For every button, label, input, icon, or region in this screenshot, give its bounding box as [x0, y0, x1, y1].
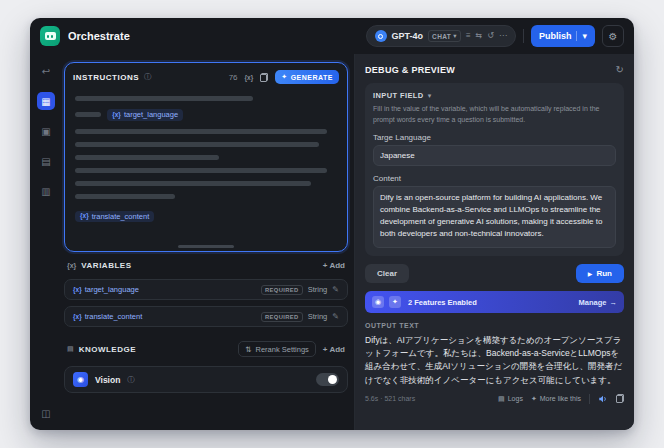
vision-icon: ◉ [73, 372, 88, 387]
app-window: Orchestrate GPT-4o CHAT ▾ ≡ ⇆ ↺ ⋯ Publis… [30, 18, 634, 430]
model-mode-badge: CHAT ▾ [428, 30, 461, 42]
copy-icon[interactable] [260, 73, 268, 82]
refresh-icon[interactable]: ↻ [616, 64, 624, 75]
vision-toggle[interactable] [316, 373, 339, 386]
left-nav-rail: ↩ ▦ ▣ ▤ ▥ ◫ [30, 54, 62, 430]
logs-label: Logs [508, 395, 523, 402]
header-divider [523, 29, 524, 43]
variable-row[interactable]: {x} target_language REQUIRED String ✎ [64, 279, 348, 300]
variable-token-label: target_language [124, 111, 178, 119]
run-label: Run [596, 269, 612, 278]
chevron-down-icon: ▾ [428, 92, 432, 100]
debug-title: DEBUG & PREVIEW [365, 65, 455, 75]
output-text: Difyは、AIアプリケーションを構築するためのオープンソースプラットフォームで… [365, 334, 624, 387]
variable-token[interactable]: {x} target_language [107, 109, 183, 121]
logs-button[interactable]: ▤ Logs [498, 395, 523, 403]
insert-variable-icon[interactable]: {x} [245, 74, 254, 81]
more-icon: ✦ [531, 395, 537, 403]
swap-icon[interactable]: ⇆ [476, 32, 483, 40]
nav-annotation-icon[interactable]: ▥ [37, 182, 55, 200]
nav-terminal-icon[interactable]: ▣ [37, 122, 55, 140]
rerank-label: Rerank Settings [255, 345, 308, 354]
variable-name: target_language [85, 285, 139, 294]
features-enabled-text: 2 Features Enabled [408, 298, 477, 307]
rerank-settings-button[interactable]: ⇅ Rerank Settings [238, 341, 316, 357]
target-language-input[interactable] [373, 145, 616, 166]
publish-divider [576, 31, 577, 41]
debug-preview-panel: DEBUG & PREVIEW ↻ INPUT FIELD ▾ Fill in … [354, 54, 634, 430]
braces-icon: {x} [80, 213, 89, 220]
variables-header: {x} VARIABLES + Add [64, 261, 348, 270]
instructions-tools: 76 {x} ✦ GENERATE [229, 70, 339, 84]
publish-label: Publish [539, 31, 572, 41]
arrow-right-icon: → [610, 298, 618, 307]
required-badge: REQUIRED [261, 285, 303, 295]
input-field-description: Fill in the value of the variable, which… [373, 104, 616, 125]
collapse-panel-icon[interactable]: ◫ [37, 404, 55, 422]
model-selector[interactable]: GPT-4o CHAT ▾ ≡ ⇆ ↺ ⋯ [366, 25, 516, 47]
knowledge-title: KNOWLEDGE [79, 345, 136, 354]
input-field-collapse[interactable]: INPUT FIELD ▾ [373, 91, 616, 100]
back-icon[interactable]: ↩ [37, 62, 55, 80]
prompt-skeleton-line [75, 155, 219, 160]
speaker-icon[interactable] [598, 394, 608, 404]
model-mode-label: CHAT [432, 33, 451, 40]
manage-features-button[interactable]: Manage → [579, 298, 617, 307]
field-label-content: Content [373, 174, 616, 183]
field-label-target-language: Targe Language [373, 133, 616, 142]
features-bar: ◉ ✦ 2 Features Enabled Manage → [365, 291, 624, 313]
braces-icon: {x} [112, 112, 121, 119]
more-options-icon[interactable]: ⋯ [499, 32, 507, 40]
rerank-icon: ⇅ [245, 345, 251, 354]
scrollbar-handle[interactable] [178, 245, 234, 248]
sliders-icon[interactable]: ≡ [466, 32, 471, 40]
copy-output-icon[interactable] [616, 394, 624, 403]
feature-star-icon: ✦ [389, 296, 401, 308]
app-header: Orchestrate GPT-4o CHAT ▾ ≡ ⇆ ↺ ⋯ Publis… [30, 18, 634, 54]
manage-label: Manage [579, 298, 607, 307]
content-textarea[interactable]: Dify is an open-source platform for buil… [373, 186, 616, 248]
vision-feature-row: ◉ Vision ⓘ [64, 366, 348, 393]
instructions-title: INSTRUCTIONS [73, 73, 139, 82]
settings-button[interactable]: ⚙ [602, 25, 624, 47]
input-field-title: INPUT FIELD [373, 91, 424, 100]
header-actions: GPT-4o CHAT ▾ ≡ ⇆ ↺ ⋯ Publish ▾ ⚙ [366, 25, 624, 47]
robot-face-icon [45, 32, 56, 40]
instructions-editor[interactable]: INSTRUCTIONS ⓘ 76 {x} ✦ GENERATE [64, 62, 348, 252]
info-icon[interactable]: ⓘ [144, 72, 152, 82]
generate-label: GENERATE [291, 74, 333, 81]
variable-type: String [308, 285, 328, 294]
publish-button[interactable]: Publish ▾ [531, 25, 595, 47]
edit-icon[interactable]: ✎ [332, 285, 339, 294]
publish-chevron-icon: ▾ [582, 31, 587, 41]
feature-model-icon: ◉ [372, 296, 384, 308]
add-knowledge-button[interactable]: + Add [323, 345, 345, 354]
prompt-content: {x} target_language {x} translate_conten… [65, 87, 347, 251]
variable-type: String [308, 312, 328, 321]
play-icon: ▶ [588, 270, 593, 277]
debug-header: DEBUG & PREVIEW ↻ [365, 64, 624, 75]
prompt-skeleton-line [75, 142, 319, 147]
variable-token[interactable]: {x} translate_content [75, 211, 154, 223]
prompt-skeleton-line [75, 181, 311, 186]
more-like-this-button[interactable]: ✦ More like this [531, 395, 581, 403]
run-button[interactable]: ▶ Run [576, 264, 624, 283]
braces-icon: {x} [73, 286, 82, 293]
generate-button[interactable]: ✦ GENERATE [275, 70, 339, 84]
app-body: ↩ ▦ ▣ ▤ ▥ ◫ INSTRUCTIONS ⓘ 76 {x} ✦ [30, 54, 634, 430]
app-icon [40, 26, 60, 46]
edit-icon[interactable]: ✎ [332, 312, 339, 321]
knowledge-header: ▤ KNOWLEDGE ⇅ Rerank Settings + Add [64, 341, 348, 357]
toggle-knob [328, 375, 337, 384]
info-icon[interactable]: ⓘ [127, 375, 135, 385]
nav-logs-icon[interactable]: ▤ [37, 152, 55, 170]
prompt-skeleton-line [75, 168, 327, 173]
history-icon[interactable]: ↺ [487, 32, 494, 40]
variable-row[interactable]: {x} translate_content REQUIRED String ✎ [64, 306, 348, 327]
variables-icon: {x} [67, 262, 76, 269]
clear-button[interactable]: Clear [365, 264, 409, 283]
debug-actions: Clear ▶ Run [365, 264, 624, 283]
add-variable-button[interactable]: + Add [323, 261, 345, 270]
variable-token-label: translate_content [92, 213, 150, 221]
nav-orchestrate-icon[interactable]: ▦ [37, 92, 55, 110]
